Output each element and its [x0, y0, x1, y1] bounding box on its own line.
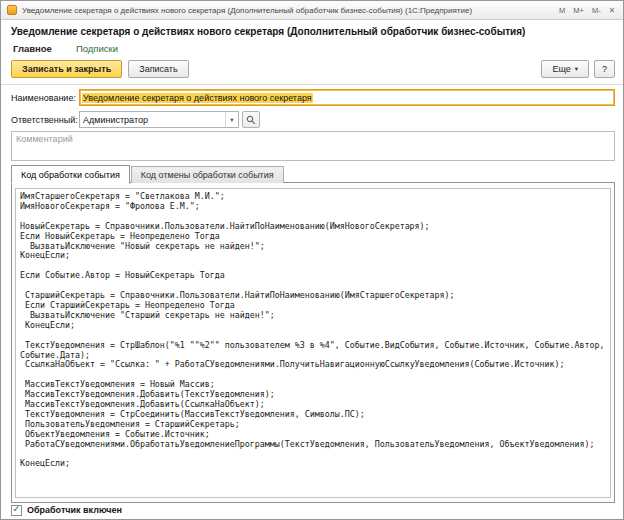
handler-enabled-checkbox[interactable]: ✓: [11, 505, 22, 516]
command-bar-separator: [1, 84, 623, 85]
name-field-row: Наименование: Уведомление секретаря о де…: [11, 89, 615, 106]
page-title: Уведомление секретаря о действиях нового…: [11, 26, 525, 37]
responsible-combobox[interactable]: Администратор ▾: [79, 111, 239, 128]
more-button-label: Еще: [552, 64, 570, 74]
1c-app-icon: [7, 5, 17, 15]
name-input[interactable]: Уведомление секретаря о действиях нового…: [79, 89, 615, 106]
responsible-field-row: Ответственный: Администратор ▾: [11, 111, 260, 128]
command-bar-right: Еще▾ ?: [541, 60, 615, 78]
scale-increase-button[interactable]: М+: [573, 6, 584, 15]
app-window: Уведомление секретаря о действиях нового…: [0, 0, 624, 520]
name-input-selected-text: Уведомление секретаря о действиях нового…: [82, 93, 313, 103]
save-and-close-button[interactable]: Записать и закрыть: [11, 60, 122, 78]
more-button[interactable]: Еще▾: [541, 60, 589, 78]
name-field-label: Наименование:: [11, 93, 79, 103]
window-title: Уведомление секретаря о действиях нового…: [22, 6, 554, 15]
code-tab-panel: ИмяСтаршегоСекретаря = "Светлакова М.И."…: [11, 182, 615, 503]
close-icon[interactable]: ✕: [609, 6, 615, 15]
title-bar: Уведомление секретаря о действиях нового…: [1, 1, 623, 20]
window-controls: М М+ М- ✕: [559, 6, 617, 15]
nav-item-podpiski[interactable]: Подписки: [76, 43, 118, 54]
code-tabs: Код обработки события Код отмены обработ…: [11, 164, 284, 183]
combo-dropdown-icon[interactable]: ▾: [225, 112, 238, 127]
responsible-value: Администратор: [80, 112, 225, 127]
save-button[interactable]: Записать: [128, 60, 188, 78]
footer-row: ✓ Обработчик включен: [11, 504, 122, 516]
tab-code-processing[interactable]: Код обработки события: [11, 165, 130, 184]
responsible-field-label: Ответственный:: [11, 115, 79, 125]
code-editor[interactable]: ИмяСтаршегоСекретаря = "Светлакова М.И."…: [15, 188, 611, 498]
scale-reset-button[interactable]: М: [559, 6, 565, 15]
help-button[interactable]: ?: [594, 60, 615, 78]
chevron-down-icon: ▾: [575, 65, 578, 73]
tab-code-cancel[interactable]: Код отмены обработки события: [131, 166, 284, 183]
code-editor-text: ИмяСтаршегоСекретаря = "Светлакова М.И."…: [16, 189, 610, 469]
magnifier-icon: [246, 115, 256, 125]
handler-enabled-label[interactable]: Обработчик включен: [27, 505, 122, 515]
responsible-open-button[interactable]: [242, 111, 260, 128]
command-bar: Записать и закрыть Записать Еще▾ ?: [11, 59, 615, 79]
form-navigation: Главное Подписки: [13, 43, 118, 54]
comment-input[interactable]: Комментарий: [11, 131, 615, 161]
check-icon: ✓: [12, 504, 20, 514]
nav-item-glavnoe[interactable]: Главное: [13, 43, 52, 54]
scale-decrease-button[interactable]: М-: [592, 6, 601, 15]
